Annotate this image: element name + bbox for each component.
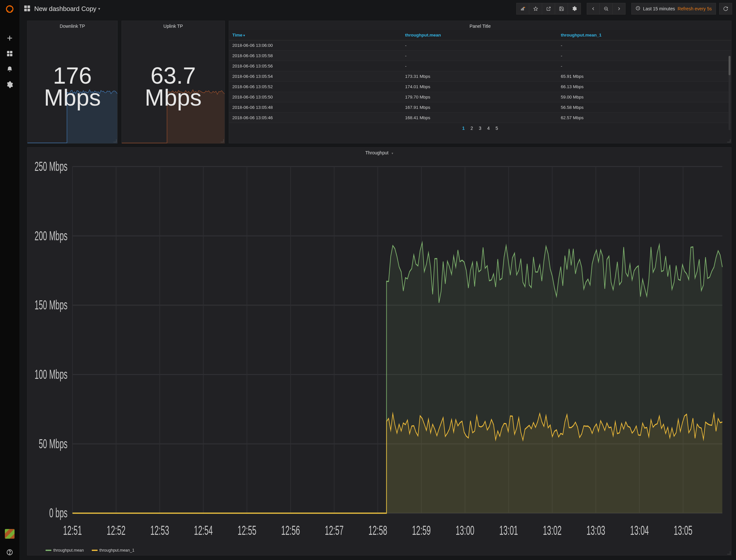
table-header[interactable]: throughput.mean_1 xyxy=(558,30,731,40)
svg-text:13:03: 13:03 xyxy=(586,523,605,537)
time-range-label: Last 15 minutes xyxy=(643,6,675,11)
panel-menu-icon[interactable]: ▾ xyxy=(392,151,393,155)
table-cell: 2018-06-06 13:05:48 xyxy=(229,102,402,113)
zoom-out-button[interactable] xyxy=(600,3,613,15)
panel-uplink-tp[interactable]: Uplink TP 63.7 Mbps xyxy=(121,21,225,143)
data-table: Time▾throughput.meanthroughput.mean_1 20… xyxy=(229,30,731,123)
svg-text:250 Mbps: 250 Mbps xyxy=(35,159,67,173)
table-cell: - xyxy=(558,61,731,71)
pager-page[interactable]: 3 xyxy=(479,126,482,131)
panel-title: Uplink TP xyxy=(122,21,224,30)
table-cell: 2018-06-06 13:05:56 xyxy=(229,61,402,71)
settings-button[interactable] xyxy=(568,3,581,15)
svg-rect-12 xyxy=(27,9,30,11)
grafana-logo-icon[interactable] xyxy=(5,4,15,14)
panel-title: Downlink TP xyxy=(27,21,117,30)
table-cell: 174.01 Mbps xyxy=(402,82,558,92)
svg-text:12:54: 12:54 xyxy=(194,523,212,537)
table-cell: - xyxy=(558,40,731,51)
table-row[interactable]: 2018-06-06 13:05:52174.01 Mbps66.13 Mbps xyxy=(229,82,731,92)
table-cell: 2018-06-06 13:05:52 xyxy=(229,82,402,92)
table-header[interactable]: Time▾ xyxy=(229,30,402,40)
svg-rect-14 xyxy=(522,8,523,10)
table-cell: 2018-06-06 13:05:58 xyxy=(229,51,402,61)
alerting-icon[interactable] xyxy=(4,63,16,75)
pager-page[interactable]: 4 xyxy=(487,126,490,131)
table-cell: 2018-06-06 13:06:00 xyxy=(229,40,402,51)
svg-text:12:55: 12:55 xyxy=(237,523,256,537)
time-forward-button[interactable] xyxy=(613,3,626,15)
legend-label: throughput.mean_1 xyxy=(99,548,134,553)
table-row[interactable]: 2018-06-06 13:05:54173.31 Mbps65.91 Mbps xyxy=(229,71,731,82)
svg-text:12:51: 12:51 xyxy=(63,523,82,537)
svg-rect-4 xyxy=(10,51,12,53)
scrollbar[interactable] xyxy=(729,56,731,130)
pager-page[interactable]: 5 xyxy=(496,126,498,131)
share-button[interactable] xyxy=(542,3,555,15)
table-row[interactable]: 2018-06-06 13:05:58-- xyxy=(229,51,731,61)
create-icon[interactable] xyxy=(4,32,16,44)
svg-text:50 Mbps: 50 Mbps xyxy=(39,436,67,451)
svg-rect-15 xyxy=(524,7,524,11)
help-icon[interactable] xyxy=(4,546,16,558)
legend-item[interactable]: throughput.mean xyxy=(46,548,84,553)
svg-text:12:52: 12:52 xyxy=(107,523,125,537)
svg-text:100 Mbps: 100 Mbps xyxy=(35,367,67,381)
legend: throughput.meanthroughput.mean_1 xyxy=(27,547,731,555)
legend-item[interactable]: throughput.mean_1 xyxy=(92,548,134,553)
add-panel-button[interactable] xyxy=(516,3,529,15)
pager-page[interactable]: 2 xyxy=(471,126,473,131)
svg-marker-18 xyxy=(534,7,538,11)
svg-line-20 xyxy=(607,10,608,11)
user-avatar[interactable] xyxy=(5,529,15,539)
svg-point-8 xyxy=(9,554,10,554)
legend-label: throughput.mean xyxy=(53,548,84,553)
table-cell: 59.00 Mbps xyxy=(558,92,731,102)
resize-handle-icon[interactable] xyxy=(727,139,731,142)
table-row[interactable]: 2018-06-06 13:06:00-- xyxy=(229,40,731,51)
svg-text:13:04: 13:04 xyxy=(630,523,649,537)
table-row[interactable]: 2018-06-06 13:05:50179.70 Mbps59.00 Mbps xyxy=(229,92,731,102)
svg-rect-9 xyxy=(24,5,27,8)
table-cell: - xyxy=(402,51,558,61)
table-cell: 179.70 Mbps xyxy=(402,92,558,102)
dashboard-title: New dashboard Copy xyxy=(34,5,96,13)
table-row[interactable]: 2018-06-06 13:05:46168.41 Mbps62.57 Mbps xyxy=(229,113,731,123)
refresh-interval-label: Refresh every 5s xyxy=(678,6,712,11)
dashboards-icon[interactable] xyxy=(4,48,16,59)
dashboard-grid-icon[interactable] xyxy=(23,5,31,13)
pager: 12345 xyxy=(229,123,731,133)
table-cell: 173.31 Mbps xyxy=(402,71,558,82)
table-cell: 167.91 Mbps xyxy=(402,102,558,113)
svg-rect-6 xyxy=(10,54,12,56)
chevron-down-icon: ▾ xyxy=(98,6,100,11)
table-cell: 65.91 Mbps xyxy=(558,71,731,82)
configuration-icon[interactable] xyxy=(4,79,16,90)
svg-text:200 Mbps: 200 Mbps xyxy=(35,228,67,243)
stat-unit: Mbps xyxy=(44,87,101,109)
time-back-button[interactable] xyxy=(587,3,600,15)
table-header[interactable]: throughput.mean xyxy=(402,30,558,40)
stat-unit: Mbps xyxy=(145,87,202,109)
star-button[interactable] xyxy=(529,3,542,15)
side-nav xyxy=(0,0,19,560)
panel-table[interactable]: Panel Title Time▾throughput.meanthroughp… xyxy=(229,21,731,143)
refresh-button[interactable] xyxy=(719,3,732,15)
panel-downlink-tp[interactable]: Downlink TP 176 Mbps xyxy=(27,21,118,143)
time-range-picker[interactable]: Last 15 minutes Refresh every 5s xyxy=(631,3,716,15)
table-cell: 56.58 Mbps xyxy=(558,102,731,113)
panel-throughput-graph[interactable]: Throughput ▾ 0 bps50 Mbps100 Mbps150 Mbp… xyxy=(27,147,731,555)
table-cell: 2018-06-06 13:05:50 xyxy=(229,92,402,102)
svg-text:12:56: 12:56 xyxy=(281,523,300,537)
pager-page[interactable]: 1 xyxy=(462,126,465,131)
resize-handle-icon[interactable] xyxy=(727,551,731,555)
dashboard-title-dropdown[interactable]: New dashboard Copy ▾ xyxy=(34,5,100,13)
panel-title: Panel Title xyxy=(229,21,731,30)
table-row[interactable]: 2018-06-06 13:05:48167.91 Mbps56.58 Mbps xyxy=(229,102,731,113)
table-row[interactable]: 2018-06-06 13:05:56-- xyxy=(229,61,731,71)
svg-text:13:05: 13:05 xyxy=(674,523,692,537)
table-cell: 2018-06-06 13:05:46 xyxy=(229,113,402,123)
svg-text:13:02: 13:02 xyxy=(543,523,562,537)
save-button[interactable] xyxy=(555,3,568,15)
graph-plot[interactable]: 0 bps50 Mbps100 Mbps150 Mbps200 Mbps250 … xyxy=(29,158,729,545)
